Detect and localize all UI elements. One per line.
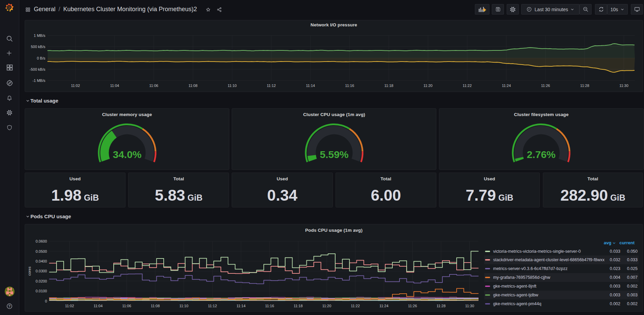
svg-text:11:26: 11:26	[408, 304, 417, 308]
svg-text:11:06: 11:06	[122, 304, 131, 308]
svg-text:11:30: 11:30	[619, 84, 628, 88]
svg-text:?: ?	[8, 305, 10, 308]
svg-text:11:08: 11:08	[188, 84, 198, 88]
svg-text:11:14: 11:14	[236, 304, 246, 308]
svg-text:11:16: 11:16	[345, 84, 354, 88]
svg-text:0.0600: 0.0600	[36, 239, 47, 243]
svg-text:11:20: 11:20	[423, 84, 433, 88]
svg-text:11:04: 11:04	[110, 84, 119, 88]
svg-text:11:22: 11:22	[351, 304, 360, 308]
svg-text:0.0100: 0.0100	[36, 289, 47, 293]
svg-text:0.0400: 0.0400	[36, 259, 47, 263]
svg-text:11:28: 11:28	[580, 84, 589, 88]
svg-text:11:10: 11:10	[228, 84, 237, 88]
svg-text:11:22: 11:22	[463, 84, 472, 88]
svg-text:11:24: 11:24	[380, 304, 389, 308]
svg-text:11:20: 11:20	[322, 304, 331, 308]
svg-text:11:18: 11:18	[294, 304, 303, 308]
svg-text:11:30: 11:30	[465, 304, 474, 308]
svg-text:11:14: 11:14	[306, 84, 315, 88]
svg-text:11:04: 11:04	[94, 304, 103, 308]
svg-text:11:28: 11:28	[437, 304, 446, 308]
svg-text:1 MB/s: 1 MB/s	[34, 33, 46, 38]
svg-text:11:16: 11:16	[265, 304, 274, 308]
svg-text:11:06: 11:06	[149, 84, 158, 88]
svg-text:11:02: 11:02	[65, 304, 74, 308]
svg-text:11:24: 11:24	[502, 84, 511, 88]
svg-text:-500 kB/s: -500 kB/s	[30, 67, 46, 71]
svg-text:11:18: 11:18	[384, 84, 393, 88]
svg-text:-1 MB/s: -1 MB/s	[32, 78, 45, 83]
svg-text:11:12: 11:12	[267, 84, 276, 88]
svg-text:0.0300: 0.0300	[36, 269, 47, 273]
svg-text:0: 0	[45, 299, 47, 303]
svg-text:5.59%: 5.59%	[320, 149, 348, 160]
svg-text:500 kB/s: 500 kB/s	[31, 45, 45, 49]
svg-text:2.76%: 2.76%	[527, 149, 556, 160]
svg-text:11:02: 11:02	[71, 84, 80, 88]
svg-text:0.0200: 0.0200	[36, 279, 47, 283]
svg-text:11:12: 11:12	[208, 304, 217, 308]
svg-text:cores: cores	[27, 266, 31, 275]
svg-text:11:10: 11:10	[179, 304, 188, 308]
svg-text:11:08: 11:08	[151, 304, 160, 308]
svg-text:11:26: 11:26	[541, 84, 550, 88]
svg-text:0 B/s: 0 B/s	[37, 56, 46, 60]
svg-text:0.0500: 0.0500	[36, 249, 47, 253]
svg-text:34.0%: 34.0%	[113, 149, 141, 160]
